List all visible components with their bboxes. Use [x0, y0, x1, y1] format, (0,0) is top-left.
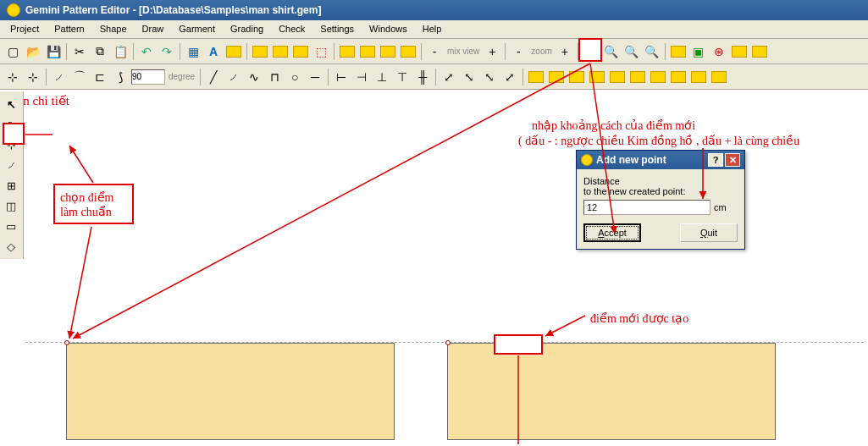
- quit-button[interactable]: Quit: [680, 223, 738, 242]
- curve-d-icon[interactable]: ⟆: [111, 68, 130, 86]
- point-b-icon[interactable]: ⤡: [460, 68, 478, 86]
- vtool-d-icon[interactable]: ◫: [2, 196, 20, 215]
- vtool-b-icon[interactable]: ⟋: [2, 156, 20, 174]
- piece-h-icon[interactable]: [669, 68, 688, 86]
- point-marker: [445, 340, 451, 345]
- misc-c-icon[interactable]: ⊛: [710, 42, 728, 61]
- piece-f-icon[interactable]: [628, 68, 647, 86]
- menu-check[interactable]: Check: [272, 22, 312, 36]
- open-icon[interactable]: 📂: [24, 42, 42, 61]
- pattern-piece-right[interactable]: [447, 343, 776, 440]
- menu-grading[interactable]: Grading: [224, 22, 270, 36]
- misc-b-icon[interactable]: ▣: [689, 42, 708, 61]
- pattern-piece-left[interactable]: [66, 343, 395, 440]
- add-point-icon[interactable]: ⤡: [480, 68, 499, 86]
- zoom-fit-icon[interactable]: 🔍: [602, 42, 621, 61]
- ruler-icon[interactable]: [224, 42, 243, 61]
- annotation-highlight: [3, 123, 25, 145]
- menu-pattern[interactable]: Pattern: [47, 22, 91, 36]
- accept-button[interactable]: AAcceptccept: [583, 223, 641, 242]
- piece-b-icon[interactable]: [547, 68, 566, 86]
- line-a-icon[interactable]: ╱: [204, 68, 223, 86]
- mix-minus-icon[interactable]: -: [425, 42, 444, 61]
- dialog-icon: [581, 154, 593, 166]
- zoom-plus-icon[interactable]: +: [556, 42, 574, 61]
- curve-a-icon[interactable]: ⟋: [50, 68, 69, 86]
- distance-input[interactable]: [583, 200, 710, 215]
- annotation-text: nhập khoảng cách của điểm mới: [532, 118, 695, 133]
- snap-b-icon[interactable]: ⊹: [24, 68, 42, 86]
- select-icon[interactable]: ↖: [2, 95, 20, 113]
- piece-e-icon[interactable]: [608, 68, 627, 86]
- line-f-icon[interactable]: ─: [306, 68, 324, 86]
- mix-plus-icon[interactable]: +: [483, 42, 501, 61]
- piece-g-icon[interactable]: [649, 68, 667, 86]
- tool-a-icon[interactable]: [251, 42, 269, 61]
- menu-garment[interactable]: Garment: [172, 22, 222, 36]
- edit-d-icon[interactable]: ⊤: [393, 68, 412, 86]
- edit-e-icon[interactable]: ╫: [413, 68, 432, 86]
- piece-j-icon[interactable]: [710, 68, 728, 86]
- piece-a-icon[interactable]: [527, 68, 545, 86]
- dialog-label: to the new created point:: [583, 186, 738, 196]
- line-d-icon[interactable]: ⊓: [265, 68, 284, 86]
- edit-a-icon[interactable]: ⊢: [332, 68, 351, 86]
- tool-c-icon[interactable]: [291, 42, 310, 61]
- grid-icon[interactable]: ▦: [184, 42, 202, 61]
- tool-f-icon[interactable]: [358, 42, 377, 61]
- line-e-icon[interactable]: ○: [285, 68, 304, 86]
- tool-d-icon[interactable]: ⬚: [312, 42, 330, 61]
- menu-windows[interactable]: Windows: [362, 22, 414, 36]
- tool-b-icon[interactable]: [271, 42, 290, 61]
- menu-shape[interactable]: Shape: [93, 22, 134, 36]
- point-a-icon[interactable]: ⤢: [440, 68, 458, 86]
- svg-line-3: [73, 63, 590, 339]
- edit-b-icon[interactable]: ⊣: [352, 68, 371, 86]
- undo-icon[interactable]: ↶: [137, 42, 156, 61]
- title-bar: Gemini Pattern Editor - [D:\Database\Sam…: [0, 0, 868, 20]
- misc-e-icon[interactable]: [750, 42, 769, 61]
- menu-draw[interactable]: Draw: [135, 22, 171, 36]
- tool-h-icon[interactable]: [399, 42, 417, 61]
- piece-i-icon[interactable]: [689, 68, 708, 86]
- tool-g-icon[interactable]: [379, 42, 397, 61]
- vtool-e-icon[interactable]: ▭: [2, 217, 20, 235]
- point-marker: [64, 340, 69, 345]
- dialog-titlebar[interactable]: Add new point ? ✕: [577, 151, 744, 169]
- zoom-minus-icon[interactable]: -: [509, 42, 528, 61]
- help-icon[interactable]: ?: [708, 153, 723, 167]
- vtool-c-icon[interactable]: ⊞: [2, 176, 20, 195]
- copy-icon[interactable]: ⧉: [91, 42, 109, 61]
- curve-b-icon[interactable]: ⌒: [70, 68, 89, 86]
- cut-icon[interactable]: ✂: [70, 42, 89, 61]
- curve-c-icon[interactable]: ⊏: [91, 68, 109, 86]
- zoom-area-icon[interactable]: 🔍: [622, 42, 641, 61]
- vertical-toolbar: ↖ ↖ ⊹ ⟋ ⊞ ◫ ▭ ◇: [0, 91, 24, 259]
- misc-d-icon[interactable]: [730, 42, 749, 61]
- menu-help[interactable]: Help: [416, 22, 449, 36]
- point-d-icon[interactable]: ⤢: [500, 68, 519, 86]
- line-c-icon[interactable]: ∿: [245, 68, 263, 86]
- redo-icon[interactable]: ↷: [158, 42, 176, 61]
- degree-input[interactable]: [131, 69, 165, 85]
- misc-a-icon[interactable]: [669, 42, 688, 61]
- edit-c-icon[interactable]: ⊥: [373, 68, 391, 86]
- degree-label: degree: [167, 72, 196, 81]
- unit-label: cm: [714, 202, 727, 212]
- paste-icon[interactable]: 📋: [111, 42, 130, 61]
- snap-a-icon[interactable]: ⊹: [3, 68, 22, 86]
- menu-settings[interactable]: Settings: [313, 22, 361, 36]
- line-b-icon[interactable]: ⟋: [224, 68, 243, 86]
- annotation-text: chọn điểm làm chuẩn: [60, 190, 127, 219]
- new-icon[interactable]: ▢: [3, 42, 22, 61]
- menu-bar: Project Pattern Shape Draw Garment Gradi…: [0, 20, 868, 39]
- zoom-out-icon[interactable]: 🔍: [643, 42, 661, 61]
- close-icon[interactable]: ✕: [725, 153, 740, 167]
- menu-project[interactable]: Project: [3, 22, 46, 36]
- piece-d-icon[interactable]: [588, 68, 606, 86]
- text-icon[interactable]: A: [204, 42, 223, 61]
- vtool-f-icon[interactable]: ◇: [2, 237, 20, 256]
- tool-e-icon[interactable]: [338, 42, 357, 61]
- save-icon[interactable]: 💾: [44, 42, 63, 61]
- piece-c-icon[interactable]: [567, 68, 586, 86]
